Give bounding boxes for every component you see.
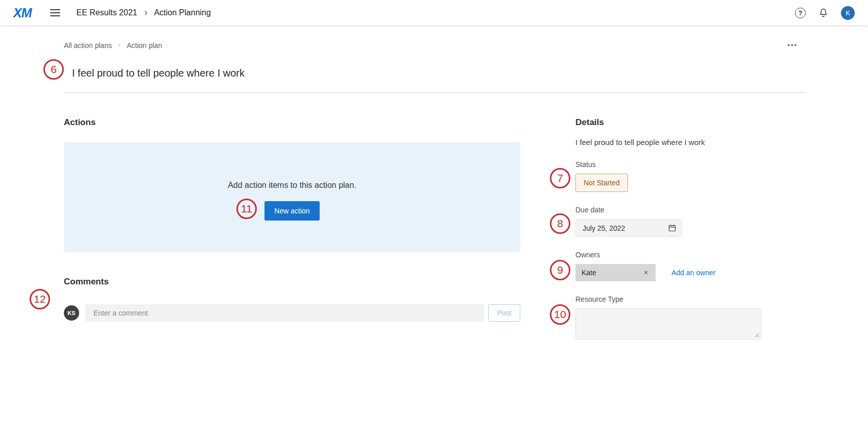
- notifications-bell-icon[interactable]: [818, 8, 829, 18]
- actions-empty-message: Add action items to this action plan.: [228, 181, 356, 190]
- breadcrumb-project[interactable]: EE Results 2021: [77, 8, 137, 17]
- comment-input[interactable]: [85, 304, 484, 322]
- annotation-12: 12: [30, 289, 50, 309]
- resource-type-textarea[interactable]: [576, 309, 761, 339]
- page-breadcrumb: All action plans Action plan: [64, 41, 162, 50]
- actions-section: Actions Add action items to this action …: [64, 93, 520, 340]
- details-heading: Details: [575, 117, 805, 128]
- breadcrumb-all-action-plans[interactable]: All action plans: [64, 41, 112, 50]
- actions-heading: Actions: [64, 117, 520, 128]
- comment-composer: KS Post: [64, 304, 520, 322]
- due-date-label: Due date: [575, 206, 805, 214]
- hamburger-menu-icon[interactable]: [47, 6, 63, 19]
- more-options-icon[interactable]: •••: [785, 39, 800, 51]
- add-owner-link[interactable]: Add an owner: [671, 269, 715, 277]
- status-label: Status: [575, 160, 805, 168]
- annotation-6: 6: [43, 59, 64, 80]
- actions-empty-state: Add action items to this action plan. Ne…: [64, 142, 520, 252]
- new-action-button[interactable]: New action: [264, 201, 319, 221]
- comment-avatar: KS: [64, 305, 79, 321]
- user-avatar[interactable]: K: [841, 6, 855, 20]
- owner-name: Kate: [582, 269, 596, 277]
- topbar-actions: ? K: [795, 6, 855, 20]
- resource-type-label: Resource Type: [575, 295, 805, 303]
- resource-type-field: [575, 308, 761, 340]
- page-breadcrumb-row: All action plans Action plan •••: [64, 39, 805, 51]
- breadcrumb-section[interactable]: Action Planning: [154, 8, 211, 17]
- xm-logo: XM: [13, 6, 32, 20]
- help-icon[interactable]: ?: [795, 8, 806, 18]
- topbar-breadcrumb: EE Results 2021 Action Planning: [77, 8, 211, 17]
- owners-row: Kate ✕ Add an owner: [575, 264, 805, 281]
- chevron-right-icon: [116, 42, 122, 48]
- owners-label: Owners: [575, 251, 805, 259]
- due-date-value: July 25, 2022: [583, 224, 625, 232]
- chevron-right-icon: [142, 10, 149, 16]
- details-panel: Details I feel proud to tell people wher…: [575, 93, 805, 340]
- page-title: I feel proud to tell people where I work: [72, 67, 805, 79]
- comments-heading: Comments: [64, 277, 520, 287]
- top-bar: XM EE Results 2021 Action Planning ? K: [0, 0, 868, 26]
- post-comment-button[interactable]: Post: [488, 304, 520, 322]
- details-description: I feel proud to tell people where I work: [575, 138, 805, 147]
- main-content: All action plans Action plan ••• I feel …: [64, 39, 805, 340]
- due-date-input[interactable]: July 25, 2022: [575, 219, 682, 237]
- status-dropdown[interactable]: Not Started: [575, 174, 628, 192]
- calendar-icon: [668, 224, 677, 232]
- owner-chip[interactable]: Kate ✕: [575, 264, 656, 281]
- breadcrumb-action-plan[interactable]: Action plan: [127, 41, 162, 50]
- remove-owner-icon[interactable]: ✕: [642, 268, 649, 277]
